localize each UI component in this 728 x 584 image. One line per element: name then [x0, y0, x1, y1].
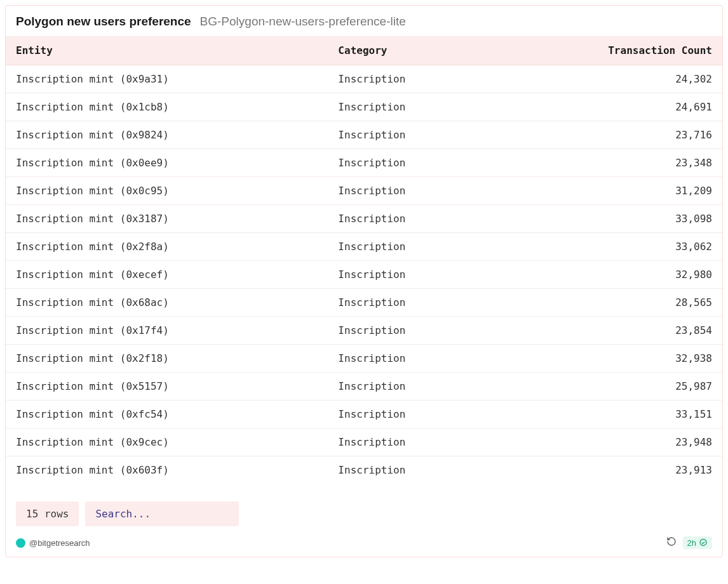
- cell-category: Inscription: [328, 289, 491, 317]
- cell-entity: Inscription mint (0x2f18): [6, 345, 328, 373]
- cell-entity: Inscription mint (0x603f): [6, 456, 328, 484]
- author-link[interactable]: @bitgetresearch: [16, 538, 90, 548]
- search-pill[interactable]: [85, 501, 239, 526]
- cell-count: 25,987: [491, 373, 722, 401]
- table-row[interactable]: Inscription mint (0x0ee9)Inscription23,3…: [6, 149, 722, 177]
- cell-category: Inscription: [328, 149, 491, 177]
- cell-entity: Inscription mint (0x17f4): [6, 317, 328, 345]
- table-row[interactable]: Inscription mint (0x68ac)Inscription28,5…: [6, 289, 722, 317]
- cell-category: Inscription: [328, 233, 491, 261]
- rows-count-label: 15 rows: [26, 508, 69, 520]
- refresh-button[interactable]: [666, 536, 677, 549]
- table-row[interactable]: Inscription mint (0x3187)Inscription33,0…: [6, 205, 722, 233]
- cell-entity: Inscription mint (0x3187): [6, 205, 328, 233]
- table-header-row: Entity Category Transaction Count: [6, 36, 722, 65]
- cell-count: 23,716: [491, 121, 722, 149]
- status-area: 2h: [666, 536, 712, 549]
- footer-controls: 15 rows: [6, 484, 722, 533]
- cell-entity: Inscription mint (0x9824): [6, 121, 328, 149]
- cell-count: 23,948: [491, 428, 722, 456]
- cell-category: Inscription: [328, 345, 491, 373]
- cell-entity: Inscription mint (0x0ee9): [6, 149, 328, 177]
- cell-category: Inscription: [328, 121, 491, 149]
- cell-category: Inscription: [328, 401, 491, 428]
- cell-category: Inscription: [328, 456, 491, 484]
- rows-count-pill[interactable]: 15 rows: [16, 501, 79, 526]
- cell-category: Inscription: [328, 317, 491, 345]
- col-category[interactable]: Category: [328, 36, 491, 65]
- table-row[interactable]: Inscription mint (0x17f4)Inscription23,8…: [6, 317, 722, 345]
- cell-count: 23,854: [491, 317, 722, 345]
- avatar-icon: [16, 538, 25, 548]
- cell-entity: Inscription mint (0xecef): [6, 261, 328, 289]
- cell-count: 31,209: [491, 177, 722, 205]
- cell-count: 24,691: [491, 93, 722, 121]
- table-row[interactable]: Inscription mint (0xecef)Inscription32,9…: [6, 261, 722, 289]
- cell-category: Inscription: [328, 428, 491, 456]
- col-transaction-count[interactable]: Transaction Count: [491, 36, 722, 65]
- cell-entity: Inscription mint (0x9cec): [6, 428, 328, 456]
- table-row[interactable]: Inscription mint (0x603f)Inscription23,9…: [6, 456, 722, 484]
- cell-category: Inscription: [328, 65, 491, 93]
- table-row[interactable]: Inscription mint (0x9824)Inscription23,7…: [6, 121, 722, 149]
- cell-entity: Inscription mint (0xfc54): [6, 401, 328, 428]
- cell-count: 33,062: [491, 233, 722, 261]
- verified-icon: [699, 538, 708, 547]
- refresh-icon: [666, 536, 677, 547]
- cell-count: 33,151: [491, 401, 722, 428]
- cell-entity: Inscription mint (0x5157): [6, 373, 328, 401]
- card-header: Polygon new users preference BG-Polygon-…: [6, 6, 722, 36]
- cell-category: Inscription: [328, 177, 491, 205]
- table-row[interactable]: Inscription mint (0x9a31)Inscription24,3…: [6, 65, 722, 93]
- table-row[interactable]: Inscription mint (0x9cec)Inscription23,9…: [6, 428, 722, 456]
- cell-entity: Inscription mint (0x1cb8): [6, 93, 328, 121]
- table-row[interactable]: Inscription mint (0x5157)Inscription25,9…: [6, 373, 722, 401]
- cell-entity: Inscription mint (0x2f8a): [6, 233, 328, 261]
- data-table: Entity Category Transaction Count Inscri…: [6, 36, 722, 484]
- cell-category: Inscription: [328, 261, 491, 289]
- table-row[interactable]: Inscription mint (0xfc54)Inscription33,1…: [6, 401, 722, 428]
- cell-count: 33,098: [491, 205, 722, 233]
- age-label: 2h: [687, 539, 696, 547]
- cell-category: Inscription: [328, 373, 491, 401]
- author-handle: @bitgetresearch: [29, 538, 90, 548]
- table-row[interactable]: Inscription mint (0x0c95)Inscription31,2…: [6, 177, 722, 205]
- cell-entity: Inscription mint (0x68ac): [6, 289, 328, 317]
- cell-count: 23,348: [491, 149, 722, 177]
- cell-count: 28,565: [491, 289, 722, 317]
- col-entity[interactable]: Entity: [6, 36, 328, 65]
- cell-category: Inscription: [328, 93, 491, 121]
- data-card: Polygon new users preference BG-Polygon-…: [5, 5, 723, 557]
- age-badge[interactable]: 2h: [683, 536, 712, 549]
- search-input[interactable]: [95, 508, 229, 520]
- cell-count: 32,938: [491, 345, 722, 373]
- cell-count: 32,980: [491, 261, 722, 289]
- cell-count: 24,302: [491, 65, 722, 93]
- bottom-bar: @bitgetresearch 2h: [6, 533, 722, 557]
- table-row[interactable]: Inscription mint (0x1cb8)Inscription24,6…: [6, 93, 722, 121]
- table-row[interactable]: Inscription mint (0x2f8a)Inscription33,0…: [6, 233, 722, 261]
- table-row[interactable]: Inscription mint (0x2f18)Inscription32,9…: [6, 345, 722, 373]
- cell-category: Inscription: [328, 205, 491, 233]
- cell-entity: Inscription mint (0x9a31): [6, 65, 328, 93]
- card-title: Polygon new users preference: [16, 15, 191, 29]
- cell-entity: Inscription mint (0x0c95): [6, 177, 328, 205]
- cell-count: 23,913: [491, 456, 722, 484]
- card-subtitle: BG-Polygon-new-users-preference-lite: [200, 15, 406, 29]
